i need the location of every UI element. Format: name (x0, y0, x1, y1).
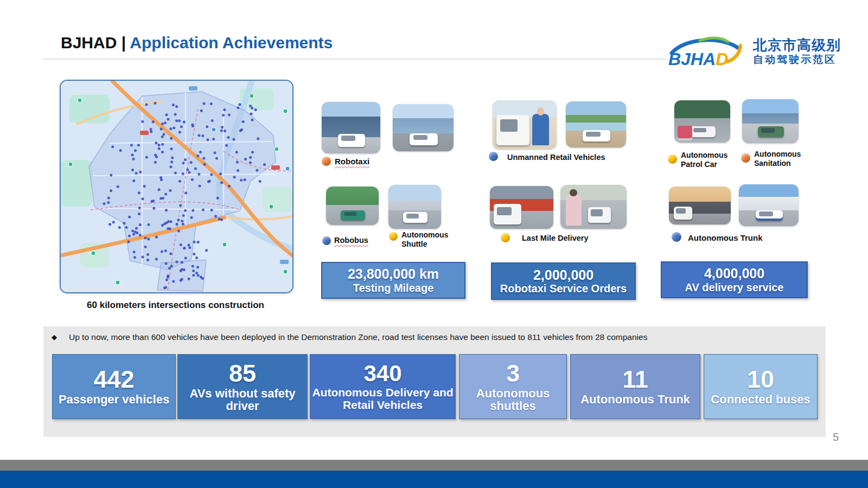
stat-value: 11 (571, 367, 700, 391)
logo-cn-line2: 自动驾驶示范区 (753, 54, 841, 66)
header-divider (43, 59, 667, 60)
sanitation-photo (742, 99, 799, 143)
robotaxi-car-shape (338, 134, 365, 147)
trunk-bullet (672, 232, 681, 242)
sanitation-vehicle-shape (758, 126, 784, 137)
robotaxi-bullet (322, 157, 331, 166)
stat-autonomous-trunk: 11 Autonomous Trunk (570, 354, 700, 419)
retail-label: Unmanned Retail Vehicles (507, 153, 605, 162)
lastmile-photo-2 (560, 185, 627, 229)
sanitation-bullet (741, 153, 750, 163)
retail-photo-1 (493, 100, 557, 149)
retail-photo-2 (566, 101, 626, 147)
retail-bullet (489, 152, 498, 161)
map-graphic (61, 81, 292, 292)
logo-chinese-text: 北京市高级别 自动驾驶示范区 (753, 37, 841, 66)
shuttle-label-line1: Autonomous (401, 230, 448, 240)
stat-label: Autonomous shuttles (459, 387, 566, 412)
shuttle-photo (388, 185, 441, 229)
footer-gray-bar (0, 460, 868, 471)
deployment-summary-band: ◆Up to now, more than 600 vehicles have … (43, 326, 826, 437)
shuttle-label-line2: Shuttle (401, 240, 448, 249)
stat-label: Passenger vehicles (53, 393, 175, 406)
footer-blue-bar (0, 471, 868, 488)
stat-label: AV delivery service (662, 281, 807, 294)
stat-label: Connected buses (704, 393, 817, 406)
demonstration-zone-map (60, 80, 293, 293)
stat-av-delivery: 4,000,000 AV delivery service (661, 261, 808, 298)
logo-cn-line1: 北京市高级别 (753, 37, 841, 54)
stat-label: Robotaxi Service Orders (492, 282, 635, 295)
stat-delivery-retail-vehicles: 340 Autonomous Delivery and Retail Vehic… (310, 354, 456, 419)
lastmile-label: Last Mile Delivery (522, 234, 589, 243)
robotaxi-photo-2 (393, 104, 454, 151)
robotaxi-label: Robotaxi (335, 157, 369, 166)
retail-robot-shape (583, 130, 610, 142)
patrol-label-line2: Patrol Car (681, 160, 727, 169)
robobus-label: Robobus (334, 236, 368, 245)
page-number: 5 (833, 431, 839, 444)
shuttle-shape (403, 212, 427, 223)
stat-value: 4,000,000 (662, 266, 807, 281)
stat-label: Testing Mileage (322, 282, 464, 294)
stat-value: 442 (53, 367, 175, 391)
stat-avs-no-safety-driver: 85 AVs without safety driver (177, 354, 308, 419)
street-robot-shape (588, 207, 610, 223)
stat-label: AVs without safety driver (178, 387, 307, 412)
robobus-shape (341, 210, 365, 220)
stat-value: 2,000,000 (492, 267, 635, 283)
sanitation-label-line1: Autonomous (754, 150, 801, 159)
sanitation-label: Autonomous Sanitation (754, 150, 801, 168)
map-caption: 60 kilometers intersections construction (60, 300, 291, 311)
stat-robotaxi-orders: 2,000,000 Robotaxi Service Orders (491, 262, 636, 300)
deployment-text: Up to now, more than 600 vehicles have b… (69, 332, 647, 342)
patrol-bullet (668, 155, 677, 164)
retail-vending-shape (496, 115, 529, 145)
sanitation-label-line2: Sanitation (754, 159, 801, 168)
pedestrian-shape (566, 195, 582, 226)
robotaxi-suv-shape (410, 133, 438, 145)
stat-connected-buses: 10 Connected buses (704, 354, 818, 419)
shuttle-label: Autonomous Shuttle (401, 230, 448, 248)
delivery-robot-shape (494, 204, 521, 224)
title-main: Application Achievements (130, 34, 333, 52)
flower-bed-shape (678, 126, 692, 138)
bjhad-logo-car-icon: BJHAD (666, 34, 748, 69)
stat-value: 23,800,000 km (322, 266, 464, 282)
deployment-bullet-line: ◆Up to now, more than 600 vehicles have … (52, 332, 811, 342)
trunk-photo-1 (669, 187, 731, 224)
patrol-car-photo (674, 100, 730, 143)
bjhad-logo: BJHAD 北京市高级别 自动驾驶示范区 (666, 34, 841, 69)
patrol-label-line1: Autonomous (681, 151, 727, 160)
robobus-bullet (322, 236, 331, 245)
diamond-bullet-icon: ◆ (52, 333, 57, 341)
shuttle-bullet (389, 232, 398, 241)
robotaxi-photo-1 (322, 102, 380, 153)
stat-label: Autonomous Delivery and Retail Vehicles (310, 387, 455, 410)
truck-fleet-shape (756, 210, 783, 221)
title-prefix: BJHAD | (61, 34, 126, 52)
stat-label: Autonomous Trunk (571, 393, 700, 406)
stat-passenger-vehicles: 442 Passenger vehicles (52, 354, 176, 419)
trunk-label: Autonomous Trunk (688, 233, 763, 243)
stat-value: 85 (178, 361, 307, 386)
page-title: BJHAD | Application Achievements (61, 34, 333, 52)
patrol-robot-shape (690, 126, 716, 137)
stat-value: 3 (459, 361, 566, 386)
patrol-label: Autonomous Patrol Car (681, 151, 727, 169)
truck-cab-shape (674, 207, 692, 220)
svg-text:BJHAD: BJHAD (668, 49, 728, 69)
stat-value: 340 (310, 362, 455, 385)
trunk-photo-2 (739, 184, 799, 226)
stat-value: 10 (704, 367, 817, 391)
lastmile-bullet (501, 233, 510, 242)
robobus-photo (326, 187, 379, 225)
stat-autonomous-shuttles: 3 Autonomous shuttles (459, 354, 567, 419)
stat-testing-mileage: 23,800,000 km Testing Mileage (321, 262, 465, 299)
person-shape (532, 114, 549, 145)
lastmile-photo-1 (490, 186, 553, 229)
